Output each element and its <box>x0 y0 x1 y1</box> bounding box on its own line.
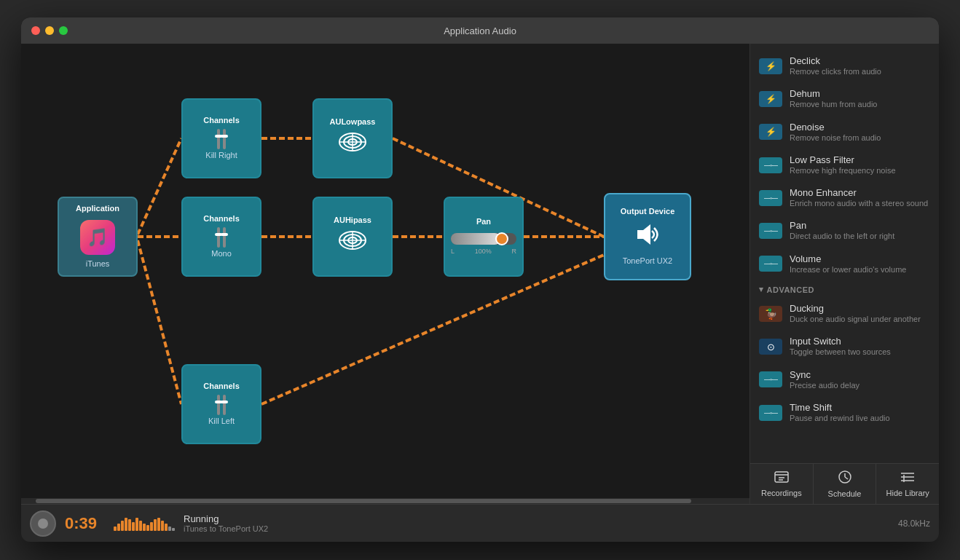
meter-bar-3 <box>121 521 124 531</box>
sidebar-list[interactable]: ⚡ Declick Remove clicks from audio ⚡ Deh… <box>750 44 939 463</box>
meter-bar-12 <box>154 519 157 531</box>
schedule-icon <box>838 470 852 488</box>
node-application-body: 🎵 iTunes <box>73 214 122 274</box>
canvas-area[interactable]: Application 🎵 iTunes Channels Kill Right <box>21 44 749 504</box>
timeshift-icon: —◦— <box>759 405 782 421</box>
node-channels-left-label: Kill Left <box>208 417 235 425</box>
sidebar-item-dehum[interactable]: ⚡ Dehum Remove hum from audio <box>750 82 939 115</box>
advanced-label: ADVANCED <box>767 285 815 294</box>
node-output-body: TonePort UX2 <box>615 217 680 271</box>
pan-slider-thumb <box>495 232 508 245</box>
hide-library-button[interactable]: Hide Library <box>876 464 939 504</box>
node-auhipass[interactable]: AUHipass <box>312 197 393 277</box>
mono-enhancer-icon: —◦— <box>759 190 782 206</box>
speaker-icon <box>632 220 664 255</box>
close-button[interactable] <box>31 26 40 35</box>
pan-slider[interactable] <box>451 233 516 245</box>
pan-label-left: L <box>451 248 455 255</box>
record-dot <box>38 518 48 529</box>
pan-value: 100% <box>475 248 492 255</box>
meter-bar-14 <box>161 521 164 531</box>
node-channels-right-title: Channels <box>197 111 245 126</box>
lowpass-icon: —◦— <box>759 157 782 173</box>
meter-bar-11 <box>150 522 153 531</box>
sidebar-item-sync[interactable]: —◦— Sync Precise audio delay <box>750 363 939 396</box>
sync-icon: —◦— <box>759 371 782 387</box>
sidebar-text-dehum: Dehum Remove hum from audio <box>790 88 877 109</box>
fader-3 <box>217 227 220 248</box>
fader-2 <box>223 129 226 149</box>
sidebar-text-denoise: Denoise Remove noise from audio <box>790 122 881 143</box>
denoise-icon: ⚡ <box>759 124 782 140</box>
advanced-chevron-icon: ▾ <box>759 285 764 294</box>
node-output[interactable]: Output Device TonePort UX2 <box>604 193 691 280</box>
hide-library-icon <box>900 470 916 487</box>
sidebar-item-ducking[interactable]: 🦆 Ducking Duck one audio signal under an… <box>750 297 939 330</box>
meter-bar-16 <box>168 527 171 531</box>
minimize-button[interactable] <box>45 26 54 35</box>
bottom-toolbar: Recordings Schedule <box>750 463 939 504</box>
sidebar-item-mono-enhancer[interactable]: —◦— Mono Enhancer Enrich mono audio with… <box>750 181 939 214</box>
node-application[interactable]: Application 🎵 iTunes <box>58 197 138 277</box>
sidebar-text-input-switch: Input Switch Toggle between two sources <box>790 336 891 357</box>
level-meter <box>114 516 175 531</box>
sample-rate: 48.0kHz <box>898 518 930 529</box>
node-output-title: Output Device <box>615 202 681 217</box>
volume-sidebar-icon: —◦— <box>759 256 782 272</box>
sidebar: ⚡ Declick Remove clicks from audio ⚡ Deh… <box>749 44 939 504</box>
aulowpass-wave-icon <box>337 130 369 159</box>
sidebar-item-pan[interactable]: —◦— Pan Direct audio to the left or righ… <box>750 214 939 247</box>
node-auhipass-title: AUHipass <box>328 211 377 226</box>
channels-right-faders <box>217 129 226 149</box>
meter-bar-5 <box>128 519 131 531</box>
node-channels-left-title: Channels <box>197 377 245 392</box>
node-pan-title: Pan <box>471 213 497 227</box>
sidebar-text-mono-enhancer: Mono Enhancer Enrich mono audio with a s… <box>790 187 928 208</box>
svg-marker-15 <box>637 224 650 245</box>
node-channels-left-body: Kill Left <box>201 392 242 431</box>
recordings-button[interactable]: Recordings <box>750 464 814 504</box>
sidebar-item-timeshift[interactable]: —◦— Time Shift Pause and rewind live aud… <box>750 396 939 429</box>
declick-icon: ⚡ <box>759 58 782 74</box>
node-channels-mono-label: Mono <box>211 249 232 258</box>
status-running: Running <box>184 513 889 524</box>
sidebar-item-lowpass[interactable]: —◦— Low Pass Filter Remove high frequenc… <box>750 149 939 181</box>
canvas-scrollbar-thumb[interactable] <box>36 499 691 503</box>
record-button[interactable] <box>30 510 56 537</box>
sidebar-text-timeshift: Time Shift Pause and rewind live audio <box>790 402 890 423</box>
node-pan-body: L 100% R <box>444 227 524 261</box>
sidebar-item-input-switch[interactable]: ⊙ Input Switch Toggle between two source… <box>750 330 939 363</box>
sidebar-text-lowpass: Low Pass Filter Remove high frequency no… <box>790 154 896 176</box>
sidebar-item-denoise[interactable]: ⚡ Denoise Remove noise from audio <box>750 116 939 149</box>
node-channels-left[interactable]: Channels Kill Left <box>181 364 261 444</box>
node-aulowpass-title: AULowpass <box>324 113 382 127</box>
node-auhipass-body <box>329 226 376 263</box>
window-title: Application Audio <box>444 25 516 36</box>
node-pan[interactable]: Pan L 100% R <box>444 197 524 277</box>
node-aulowpass[interactable]: AULowpass <box>312 98 393 178</box>
sidebar-item-declick[interactable]: ⚡ Declick Remove clicks from audio <box>750 50 939 82</box>
main-content: Application 🎵 iTunes Channels Kill Right <box>21 44 939 504</box>
fader-5 <box>217 395 220 415</box>
node-channels-mono[interactable]: Channels Mono <box>181 197 261 277</box>
node-channels-right[interactable]: Channels Kill Right <box>181 98 261 178</box>
node-application-title: Application <box>70 200 125 214</box>
schedule-button[interactable]: Schedule <box>814 464 877 504</box>
recordings-label: Recordings <box>761 489 802 497</box>
node-channels-right-body: Kill Right <box>198 126 244 165</box>
sidebar-item-volume[interactable]: —◦— Volume Increase or lower audio's vol… <box>750 248 939 280</box>
sidebar-text-pan: Pan Direct audio to the left or right <box>790 220 894 241</box>
recordings-icon <box>774 470 790 487</box>
canvas-scrollbar[interactable] <box>21 498 749 504</box>
svg-rect-16 <box>775 472 788 482</box>
node-channels-right-label: Kill Right <box>205 151 237 159</box>
node-application-label: iTunes <box>86 259 110 268</box>
maximize-button[interactable] <box>59 26 68 35</box>
sidebar-text-declick: Declick Remove clicks from audio <box>790 55 881 76</box>
meter-bar-13 <box>157 518 160 531</box>
pan-sidebar-icon: —◦— <box>759 223 782 239</box>
ducking-icon: 🦆 <box>759 306 782 322</box>
advanced-section-header: ▾ ADVANCED <box>750 280 939 297</box>
meter-bar-6 <box>132 522 135 531</box>
hide-library-label: Hide Library <box>886 489 929 497</box>
